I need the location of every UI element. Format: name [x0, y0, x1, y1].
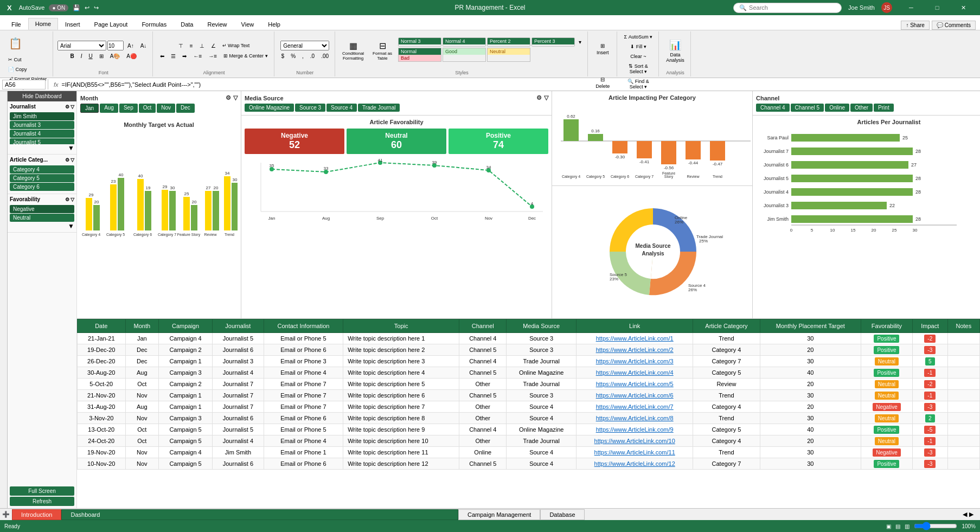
fill-color-button[interactable]: A🎨 [107, 52, 123, 61]
source-chip-source3[interactable]: Source 3 [295, 104, 325, 112]
scroll-right-icon[interactable]: ▶ [969, 511, 973, 518]
favorability-filter-clear[interactable]: ▽ [71, 197, 74, 202]
refresh-button[interactable]: Refresh [10, 497, 74, 506]
cell-link[interactable]: https://www.ArticleLink.com/2 [577, 344, 693, 356]
sort-filter-button[interactable]: ⇅ Sort &Select ▾ [626, 62, 651, 76]
cell-link[interactable]: https://www.ArticleLink.com/4 [577, 367, 693, 379]
clear-button[interactable]: Clear ~ [627, 52, 649, 61]
filter-journalist-jimsmith[interactable]: Jim Smith [10, 112, 74, 120]
journalist-filter-icon[interactable]: ⚙ [65, 104, 69, 110]
category-filter-clear[interactable]: ▽ [71, 157, 74, 163]
month-chip-aug[interactable]: Aug [100, 104, 118, 113]
close-button[interactable]: ✕ [951, 0, 976, 15]
full-screen-button[interactable]: Full Screen [10, 486, 74, 496]
media-source-settings-icon[interactable]: ⚙ [536, 94, 542, 101]
font-decrease-button[interactable]: A↓ [138, 41, 150, 50]
comments-button[interactable]: 💬 Comments [932, 21, 976, 30]
filter-category-5[interactable]: Category 5 [10, 174, 74, 182]
tab-home[interactable]: Home [28, 18, 58, 30]
channel-chip-5[interactable]: Channel 5 [791, 104, 824, 112]
undo-icon[interactable]: ↩ [85, 4, 89, 11]
channel-chip-online[interactable]: Online [825, 104, 849, 112]
wrap-text-button[interactable]: ↵ Wrap Text [220, 41, 253, 50]
month-chip-sep[interactable]: Sep [119, 104, 138, 113]
autosum-button[interactable]: Σ AutoSum ▾ [622, 33, 656, 41]
journalist-filter-clear[interactable]: ▽ [71, 104, 74, 110]
filter-negative[interactable]: Negative [10, 205, 74, 213]
align-left-button[interactable]: ⬅ [157, 52, 167, 61]
favorability-filter-icon[interactable]: ⚙ [65, 197, 69, 202]
month-chip-nov[interactable]: Nov [157, 104, 175, 113]
view-page-break-button[interactable]: ▥ [905, 523, 909, 529]
search-input[interactable] [749, 4, 830, 11]
name-box[interactable]: A56 [2, 80, 46, 89]
styles-scroll-button[interactable]: ▾ [576, 37, 584, 47]
comma-button[interactable]: , [299, 52, 306, 61]
journalist-scroll-down[interactable]: ▼ [68, 144, 74, 152]
copy-button[interactable]: 📄 Copy [5, 65, 30, 74]
cell-link[interactable]: https://www.ArticleLink.com/11 [577, 447, 693, 458]
tab-insert[interactable]: Insert [58, 18, 87, 30]
share-button[interactable]: ↑ Share [901, 21, 929, 30]
tab-formulas[interactable]: Formulas [134, 18, 174, 30]
style-normal3[interactable]: Normal 3 [398, 37, 441, 47]
tab-database[interactable]: Database [540, 509, 584, 520]
favorability-scroll-down[interactable]: ▼ [68, 222, 74, 230]
tab-campaign-management[interactable]: Campaign Management [458, 509, 540, 520]
angle-text-button[interactable]: ∠ [208, 41, 219, 50]
source-chip-online-magazine[interactable]: Online Magazine [245, 104, 294, 112]
align-middle-button[interactable]: ≡ [187, 41, 196, 50]
format-table-button[interactable]: ⊟ Format asTable [369, 37, 396, 65]
align-bottom-button[interactable]: ⊥ [197, 41, 207, 50]
maximize-button[interactable]: □ [925, 0, 950, 15]
tab-view[interactable]: View [234, 18, 261, 30]
add-sheet-button[interactable]: ➕ [2, 511, 10, 518]
cell-link[interactable]: https://www.ArticleLink.com/1 [577, 333, 693, 344]
category-filter-icon[interactable]: ⚙ [65, 157, 69, 163]
increase-indent-button[interactable]: →≡ [206, 52, 220, 61]
filter-journalist-4[interactable]: Journalist 4 [10, 130, 74, 138]
align-center-button[interactable]: ☰ [168, 52, 178, 61]
fill-button[interactable]: ⬇ Fill ▾ [627, 42, 649, 51]
cell-link[interactable]: https://www.ArticleLink.com/9 [577, 424, 693, 435]
font-size-input[interactable] [107, 41, 124, 50]
redo-icon[interactable]: ↪ [94, 4, 99, 11]
zoom-slider[interactable] [914, 522, 957, 530]
italic-button[interactable]: I [78, 52, 85, 61]
cell-link[interactable]: https://www.ArticleLink.com/10 [577, 435, 693, 447]
source-chip-trade-journal[interactable]: Trade Journal [358, 104, 400, 112]
borders-button[interactable]: ⊞ [97, 52, 106, 61]
channel-chip-other[interactable]: Other [850, 104, 873, 112]
increase-decimal-button[interactable]: .00 [318, 52, 331, 61]
font-family-select[interactable]: Arial [57, 41, 106, 50]
conditional-formatting-button[interactable]: ▦ ConditionalFormatting [340, 37, 367, 65]
channel-chip-print[interactable]: Print [874, 104, 894, 112]
tab-introduction[interactable]: Introduction [12, 509, 61, 520]
tab-page-layout[interactable]: Page Layout [87, 18, 135, 30]
minimize-button[interactable]: ─ [899, 0, 924, 15]
cell-link[interactable]: https://www.ArticleLink.com/12 [577, 458, 693, 470]
filter-category-4[interactable]: Category 4 [10, 165, 74, 174]
cell-link[interactable]: https://www.ArticleLink.com/7 [577, 401, 693, 413]
view-normal-button[interactable]: ▣ [886, 523, 891, 529]
decrease-decimal-button[interactable]: .0 [308, 52, 317, 61]
merge-center-button[interactable]: ⊞ Merge & Center ▾ [221, 52, 271, 61]
month-filter-funnel-icon[interactable]: ▽ [233, 94, 238, 101]
scroll-left-icon[interactable]: ◀ [963, 511, 967, 518]
style-normal4[interactable]: Normal 4 [443, 37, 486, 47]
style-percent3[interactable]: Percent 3 [531, 37, 575, 47]
cell-link[interactable]: https://www.ArticleLink.com/3 [577, 356, 693, 367]
channel-chip-4[interactable]: Channel 4 [756, 104, 790, 112]
save-icon[interactable]: 💾 [73, 4, 80, 11]
currency-button[interactable]: $ [279, 52, 287, 61]
data-analysis-button[interactable]: 📊 DataAnalysis [663, 35, 687, 67]
month-filter-settings-icon[interactable]: ⚙ [226, 94, 231, 101]
search-box[interactable]: 🔍 [733, 3, 842, 13]
month-chip-dec[interactable]: Dec [176, 104, 195, 113]
style-percent2[interactable]: Percent 2 [487, 37, 530, 47]
autosave-toggle[interactable]: ● ON [49, 4, 68, 11]
align-top-button[interactable]: ⊤ [176, 41, 186, 50]
view-layout-button[interactable]: ▤ [895, 523, 900, 529]
font-increase-button[interactable]: A↑ [125, 41, 137, 50]
month-chip-oct[interactable]: Oct [139, 104, 156, 113]
